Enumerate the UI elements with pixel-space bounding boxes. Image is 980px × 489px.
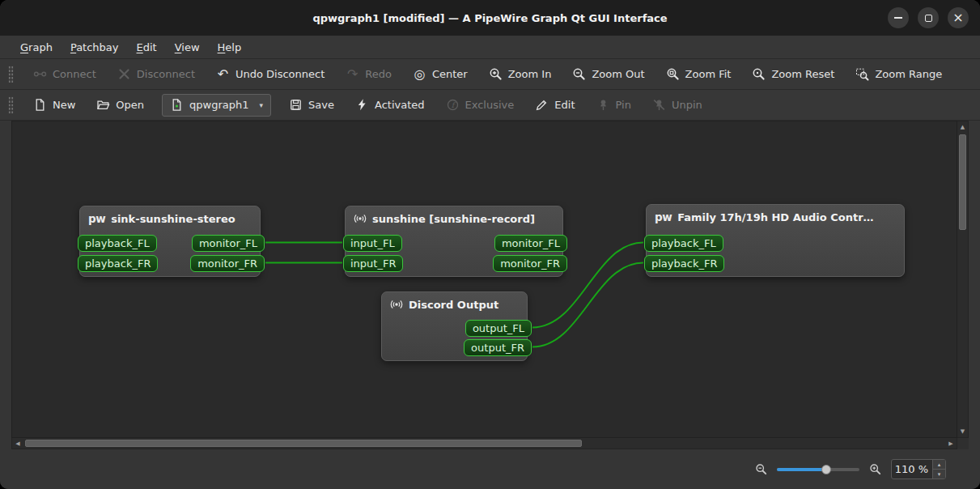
port-playback-fl[interactable]: playback_FL: [644, 235, 723, 252]
port-output-fl[interactable]: output_FL: [465, 320, 532, 337]
menu-graph[interactable]: Graph: [11, 36, 62, 58]
menu-help[interactable]: Help: [209, 36, 251, 58]
window-controls: ×: [888, 0, 969, 36]
zoom-in-button[interactable]: Zoom In: [481, 62, 560, 87]
edit-label: Edit: [554, 99, 575, 111]
zoom-out-mini-icon[interactable]: [755, 463, 767, 475]
node-title: pw Family 17h/19h HD Audio Contr…: [647, 205, 904, 227]
zoom-out-icon: [572, 67, 586, 81]
scroll-down-button[interactable]: ▼: [957, 426, 968, 437]
center-button[interactable]: ◎ Center: [405, 62, 476, 87]
node-family-hd-audio[interactable]: pw Family 17h/19h HD Audio Contr… playba…: [646, 204, 905, 277]
zoom-slider-handle[interactable]: [821, 465, 831, 474]
toolbar-grip[interactable]: [8, 66, 14, 83]
app-window: qpwgraph1 [modified] — A PipeWire Graph …: [0, 0, 980, 489]
edit-button[interactable]: Edit: [527, 93, 583, 117]
pipewire-icon: pw: [88, 212, 105, 225]
new-button[interactable]: New: [25, 93, 83, 117]
undo-disconnect-button[interactable]: ↶ Undo Disconnect: [208, 62, 333, 87]
undo-disconnect-label: Undo Disconnect: [235, 68, 325, 80]
menu-edit[interactable]: Edit: [128, 36, 166, 58]
menu-help-label: Help: [218, 41, 242, 53]
port-playback-fl[interactable]: playback_FL: [78, 235, 157, 252]
menu-view[interactable]: View: [166, 36, 209, 58]
open-label: Open: [116, 99, 144, 111]
menu-patchbay[interactable]: Patchbay: [62, 36, 128, 58]
node-sink-sunshine-stereo[interactable]: pw sink-sunshine-stereo playback_FL play…: [79, 206, 261, 277]
scroll-right-button[interactable]: ▶: [945, 438, 957, 449]
zoom-fit-button[interactable]: Zoom Fit: [658, 62, 740, 87]
patchbay-select[interactable]: qpwgraph1 ▾: [162, 94, 271, 117]
menu-view-label: View: [175, 41, 200, 53]
redo-label: Redo: [365, 68, 392, 80]
node-sunshine-record[interactable]: sunshine [sunshine-record] input_FL inpu…: [345, 206, 563, 277]
zoom-spin-down-button[interactable]: ▾: [933, 469, 945, 478]
undo-icon: ↶: [216, 67, 230, 81]
redo-button[interactable]: ↷ Redo: [337, 62, 400, 87]
redo-icon: ↷: [346, 67, 359, 81]
pipewire-icon: pw: [655, 210, 672, 223]
zoom-fit-icon: [666, 67, 680, 81]
new-label: New: [53, 99, 75, 111]
unpin-button[interactable]: Unpin: [644, 93, 711, 117]
record-icon: [390, 298, 403, 311]
port-monitor-fl[interactable]: monitor_FL: [494, 235, 567, 252]
window-title: qpwgraph1 [modified] — A PipeWire Graph …: [312, 12, 667, 24]
port-playback-fr[interactable]: playback_FR: [644, 255, 724, 272]
connect-icon: [33, 67, 47, 81]
graph-canvas[interactable]: pw sink-sunshine-stereo playback_FL play…: [11, 121, 957, 438]
scroll-up-button[interactable]: ▲: [957, 121, 968, 133]
vertical-scroll-track[interactable]: [957, 133, 968, 426]
horizontal-scrollbar[interactable]: ◀ ▶: [11, 438, 957, 449]
zoom-in-mini-icon[interactable]: [869, 463, 881, 475]
activated-label: Activated: [375, 99, 425, 111]
minimize-button[interactable]: [888, 7, 909, 28]
port-playback-fr[interactable]: playback_FR: [78, 255, 158, 272]
zoom-reset-button[interactable]: Zoom Reset: [744, 62, 842, 87]
horizontal-scroll-thumb[interactable]: [25, 440, 582, 447]
canvas-area: pw sink-sunshine-stereo playback_FL play…: [0, 121, 980, 449]
scroll-left-button[interactable]: ◀: [12, 438, 23, 449]
vertical-scrollbar[interactable]: ▲ ▼: [957, 121, 969, 438]
zoom-slider-fill: [777, 468, 826, 471]
connect-button[interactable]: Connect: [25, 62, 104, 87]
titlebar[interactable]: qpwgraph1 [modified] — A PipeWire Graph …: [0, 0, 980, 36]
unpin-icon: [652, 98, 666, 112]
zoom-in-label: Zoom In: [508, 68, 552, 80]
toolbar-grip[interactable]: [8, 96, 14, 114]
pin-button[interactable]: Pin: [588, 93, 639, 117]
patchbay-select-value: qpwgraph1: [189, 99, 248, 111]
save-icon: [289, 98, 303, 112]
zoom-slider-track[interactable]: [777, 468, 859, 471]
exclusive-button[interactable]: f Exclusive: [438, 93, 523, 117]
zoom-spinbox[interactable]: 110 % ▴ ▾: [891, 459, 946, 479]
port-monitor-fl[interactable]: monitor_FL: [192, 235, 265, 252]
port-monitor-fr[interactable]: monitor_FR: [493, 255, 567, 272]
graph-toolbar: Connect Disconnect ↶ Undo Disconnect ↷ R…: [0, 59, 980, 90]
menu-patchbay-label: Patchbay: [70, 41, 119, 53]
activated-button[interactable]: Activated: [347, 93, 433, 117]
vertical-scroll-thumb[interactable]: [959, 134, 966, 230]
disconnect-button[interactable]: Disconnect: [109, 62, 203, 87]
close-button[interactable]: ×: [948, 7, 969, 28]
menu-edit-label: Edit: [137, 41, 157, 53]
port-input-fr[interactable]: input_FR: [343, 255, 403, 272]
node-title-text: sink-sunshine-stereo: [111, 213, 235, 225]
node-discord-output[interactable]: Discord Output output_FL output_FR: [381, 291, 528, 361]
zoom-out-button[interactable]: Zoom Out: [564, 62, 652, 87]
zoom-spin-up-button[interactable]: ▴: [933, 460, 945, 469]
pin-icon: [596, 98, 610, 112]
save-button[interactable]: Save: [281, 93, 342, 117]
port-monitor-fr[interactable]: monitor_FR: [190, 255, 265, 272]
connections-layer: [12, 121, 957, 438]
zoom-range-button[interactable]: Zoom Range: [847, 62, 950, 87]
horizontal-scroll-track[interactable]: [23, 438, 945, 449]
port-output-fr[interactable]: output_FR: [464, 339, 532, 356]
port-input-fl[interactable]: input_FL: [343, 235, 402, 252]
node-title: Discord Output: [382, 292, 527, 314]
zoom-slider[interactable]: [777, 463, 859, 476]
maximize-button[interactable]: [918, 7, 939, 28]
open-button[interactable]: Open: [88, 93, 152, 117]
node-title-text: sunshine [sunshine-record]: [372, 213, 535, 225]
scroll-right-icon: ▶: [948, 440, 952, 447]
